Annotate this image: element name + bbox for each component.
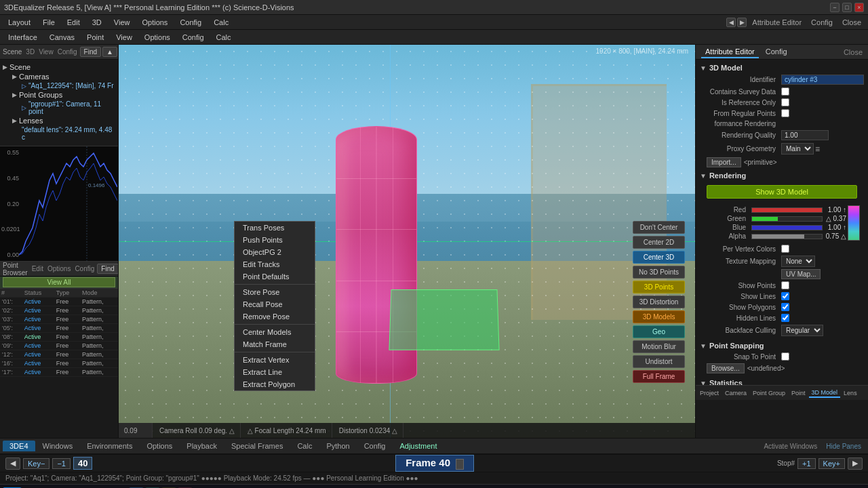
pb-find-btn[interactable]: Find <box>97 264 118 274</box>
geo-button[interactable]: Geo <box>633 325 685 338</box>
tab-windows[interactable]: Windows <box>36 441 80 451</box>
ctx-extract-line[interactable]: Extract Line <box>235 366 315 378</box>
tab-special-frames[interactable]: Special Frames <box>224 441 290 451</box>
table-row[interactable]: '09': Active Free Pattern, <box>0 342 118 350</box>
uv-map-button[interactable]: UV Map... <box>781 269 821 279</box>
rendering-section[interactable]: ▼ Rendering <box>700 170 864 181</box>
green-slider[interactable] <box>751 216 823 222</box>
identifier-input[interactable] <box>781 75 864 85</box>
attr-editor-tab[interactable]: Attribute Editor <box>701 46 759 58</box>
backface-select[interactable]: Regular <box>781 325 823 336</box>
menu-calc2[interactable]: Calc <box>211 32 237 43</box>
proxy-geo-select[interactable]: Main <box>781 143 814 155</box>
is-reference-checkbox[interactable] <box>781 98 789 106</box>
scene-find-btn[interactable]: Find <box>80 47 101 57</box>
ctx-trans-poses[interactable]: Trans Poses <box>235 222 315 234</box>
camera-tab[interactable]: Camera <box>722 389 749 397</box>
lens-item[interactable]: "default lens": 24.24 mm, 4.48 c <box>22 125 115 142</box>
tab-playback[interactable]: Playback <box>180 441 224 451</box>
green-box-object[interactable] <box>389 289 499 350</box>
table-row[interactable]: '08': Active Free Pattern, <box>0 333 118 342</box>
ctx-center-models[interactable]: Center Models <box>235 326 315 338</box>
ctx-extract-polygon[interactable]: Extract Polygon <box>235 378 315 390</box>
menu-3d[interactable]: 3D <box>87 17 107 28</box>
full-frame-button[interactable]: Full Frame <box>633 370 685 383</box>
per-vertex-checkbox[interactable] <box>781 245 789 253</box>
project-tab[interactable]: Project <box>697 389 722 397</box>
blue-slider[interactable] <box>751 225 823 230</box>
tab-environments[interactable]: Environments <box>80 441 139 451</box>
hidden-lines-checkbox[interactable] <box>781 314 789 322</box>
from-regular-checkbox[interactable] <box>781 109 789 117</box>
ctx-point-defaults[interactable]: Point Defaults <box>235 270 315 283</box>
ctx-push-points[interactable]: Push Points <box>235 234 315 246</box>
lenses-node[interactable]: ▶ Lenses <box>12 116 115 125</box>
ctx-remove-pose[interactable]: Remove Pose <box>235 310 315 323</box>
alpha-slider[interactable] <box>751 234 823 239</box>
ctx-match-frame[interactable]: Match Frame <box>235 338 315 350</box>
table-row[interactable]: '01': Active Free Pattern, <box>0 298 118 306</box>
center-3d-button[interactable]: Center 3D <box>633 251 685 264</box>
point-group-tab[interactable]: Point Group <box>750 389 788 397</box>
show-polygons-checkbox[interactable] <box>781 303 789 311</box>
table-row[interactable]: '03': Active Free Pattern, <box>0 315 118 324</box>
tab-config[interactable]: Config <box>357 441 393 451</box>
menu-layout[interactable]: Layout <box>3 17 36 28</box>
show-points-checkbox[interactable] <box>781 281 789 289</box>
menu-config[interactable]: Config <box>174 17 207 28</box>
maximize-button[interactable]: □ <box>842 3 852 12</box>
3d-model-tab[interactable]: 3D Model <box>809 388 841 398</box>
show-3d-model-button[interactable]: Show 3D Model <box>707 185 857 199</box>
right-panel-close[interactable]: Close <box>844 48 863 56</box>
nav-next[interactable]: ▶ <box>737 18 747 27</box>
table-row[interactable]: '05': Active Free Pattern, <box>0 324 118 333</box>
3d-distortion-button[interactable]: 3D Distortion <box>633 296 685 308</box>
3d-model-section[interactable]: ▼ 3D Model <box>700 62 864 73</box>
ctx-recall-pose[interactable]: Recall Pose <box>235 298 315 310</box>
minimize-button[interactable]: − <box>830 3 840 12</box>
rendering-quality-input[interactable] <box>781 130 829 140</box>
table-row[interactable]: '02': Active Free Pattern, <box>0 306 118 315</box>
menu-calc[interactable]: Calc <box>208 17 234 28</box>
next-button[interactable]: ▶ <box>848 458 863 470</box>
hide-panes-btn[interactable]: Hide Panes <box>822 443 865 450</box>
show-lines-checkbox[interactable] <box>781 292 789 300</box>
tab-options[interactable]: Options <box>140 441 179 451</box>
proxy-geo-expand[interactable]: ≡ <box>815 144 820 154</box>
config-tab[interactable]: Config <box>762 46 791 58</box>
nav-prev[interactable]: ◀ <box>726 18 736 27</box>
motion-blur-button[interactable]: Motion Blur <box>633 340 685 353</box>
viewport[interactable]: 1920 × 800, [MAIN], 24.24 mm Trans Poses… <box>119 45 695 438</box>
contains-survey-checkbox[interactable] <box>781 87 789 96</box>
tab-python[interactable]: Python <box>319 441 356 451</box>
3d-points-button[interactable]: 3D Points <box>633 281 685 293</box>
point-snapping-section[interactable]: ▼ Point Snapping <box>700 340 864 351</box>
point-tab[interactable]: Point <box>789 389 808 397</box>
import-button[interactable]: Import... <box>707 157 741 167</box>
pgroup-item[interactable]: ▷ "pgroup#1": Camera, 11 point <box>22 100 115 116</box>
statistics-section[interactable]: ▼ Statistics <box>700 378 864 385</box>
menu-view[interactable]: View <box>108 17 136 28</box>
menu-file[interactable]: File <box>37 17 60 28</box>
scene-up-btn[interactable]: ▲ <box>102 47 117 57</box>
ctx-edit-tracks[interactable]: Edit Tracks <box>235 258 315 270</box>
menu-canvas[interactable]: Canvas <box>44 32 80 43</box>
texture-mapping-select[interactable]: None <box>781 256 815 267</box>
menu-options2[interactable]: Options <box>139 32 176 43</box>
stop-label[interactable]: Stop# <box>777 460 795 467</box>
lens-tab[interactable]: Lens <box>841 389 860 397</box>
center-2d-button[interactable]: Center 2D <box>633 236 685 249</box>
prev-button[interactable]: ◀ <box>5 458 20 470</box>
menu-edit[interactable]: Edit <box>62 17 85 28</box>
view-all-button[interactable]: View All <box>3 277 115 287</box>
table-row[interactable]: '12': Active Free Pattern, <box>0 350 118 359</box>
menu-options[interactable]: Options <box>136 17 173 28</box>
snap-to-point-checkbox[interactable] <box>781 352 789 361</box>
menu-config2[interactable]: Config <box>177 32 210 43</box>
no-3d-points-button[interactable]: No 3D Points <box>633 266 685 279</box>
point-groups-node[interactable]: ▶ Point Groups <box>12 90 115 100</box>
tab-adjustment[interactable]: Adjustment <box>393 441 443 451</box>
ctx-extract-vertex[interactable]: Extract Vertex <box>235 354 315 366</box>
undistort-button[interactable]: Undistort <box>633 355 685 368</box>
camera-item[interactable]: ▷ "Aq1_122954": [Main], 74 Fr <box>22 81 115 90</box>
